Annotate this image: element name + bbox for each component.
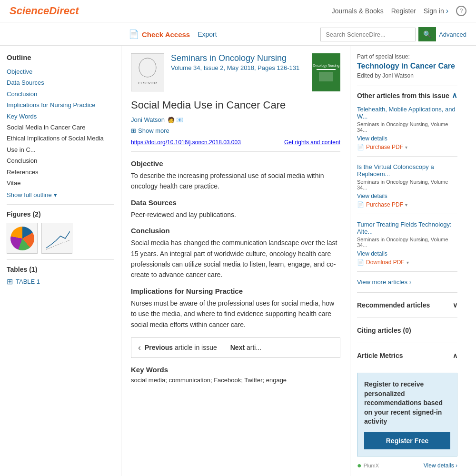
article-title: Social Media Use in Cancer Care — [131, 99, 340, 111]
related-article-1-view-details[interactable]: View details — [357, 135, 387, 142]
search-button[interactable]: 🔍 — [418, 27, 436, 41]
figure-1-circle — [10, 227, 34, 250]
author-line: Joni Watson 🧑 📧 — [131, 116, 340, 123]
chevron-down-icon: ▾ — [54, 191, 57, 198]
outline-item-objective[interactable]: Objective — [7, 66, 114, 77]
nav-prev-text: Previous article in issue — [145, 344, 217, 351]
related-article-3-actions: View details — [357, 250, 457, 257]
journal-header: ELSEVIER Seminars in Oncology Nursing Vo… — [131, 53, 340, 91]
outline-title: Outline — [7, 53, 114, 61]
header-nav: Journals & Books Register Sign in › ? — [332, 6, 466, 16]
related-article-2-purchase-pdf[interactable]: 📄 Purchase PDF ▾ — [357, 201, 407, 208]
related-article-2-view-details[interactable]: View details — [357, 193, 387, 199]
svg-point-0 — [139, 58, 156, 77]
toolbar: 📄 Check Access Export 🔍 Advanced — [0, 22, 476, 46]
recommended-chevron-icon: ∨ — [453, 301, 457, 309]
pdf-icon: 📄 — [129, 29, 139, 40]
search-area: 🔍 Advanced — [320, 27, 466, 41]
outline-item-conclusion[interactable]: Conclusion — [7, 89, 114, 99]
other-articles-collapse-icon[interactable]: ∧ — [452, 91, 457, 100]
register-banner-text: Register to receive personalized recomme… — [364, 380, 450, 426]
outline-item-keywords[interactable]: Key Words — [7, 111, 114, 122]
outline-item-social-media: Social Media in Cancer Care — [7, 122, 114, 133]
dropdown-arrow-1: ▾ — [405, 145, 407, 150]
check-access-button[interactable]: 📄 Check Access — [129, 29, 190, 40]
related-article-2-title[interactable]: Is the Virtual Colonoscopy a Replacem... — [357, 163, 457, 178]
nav-journals-books[interactable]: Journals & Books — [332, 7, 384, 15]
main-layout: Outline Objective Data Sources Conclusio… — [0, 46, 476, 476]
plumx-logo: ● PlumX — [357, 461, 379, 470]
section-conclusion-heading: Conclusion — [131, 227, 340, 235]
elsevier-logo-svg: ELSEVIER — [133, 56, 162, 89]
author-name: Joni Watson — [131, 116, 165, 123]
divider-right-1 — [357, 86, 457, 86]
help-icon[interactable]: ? — [456, 6, 466, 16]
related-article-1: Telehealth, Mobile Applications, and W..… — [357, 106, 457, 157]
special-issue-title[interactable]: Technology in Cancer Care — [357, 62, 457, 70]
special-issue-editor: Edited by Joni Watson — [357, 72, 457, 79]
register-free-button[interactable]: Register Free — [364, 432, 450, 449]
export-button[interactable]: Export — [198, 30, 217, 38]
divider-right-3 — [357, 317, 457, 318]
section-objective-text: To describe the increasing professional … — [131, 170, 340, 192]
related-article-3-title[interactable]: Tumor Treating Fields Technology: Alte..… — [357, 221, 457, 235]
pdf-icon-2: 📄 — [357, 201, 364, 208]
related-article-3-download-pdf[interactable]: 📄 Download PDF ▾ — [357, 259, 409, 266]
get-rights-link[interactable]: Get rights and content — [284, 139, 340, 146]
right-panel: Part of special issue: Technology in Can… — [350, 46, 464, 476]
nav-register[interactable]: Register — [391, 7, 416, 15]
citing-articles-header[interactable]: Citing articles (0) — [357, 323, 457, 338]
doi-link[interactable]: https://doi.org/10.1016/j.soncn.2018.03.… — [131, 139, 241, 146]
figure-1-thumb[interactable] — [7, 223, 38, 254]
view-more-articles-link[interactable]: View more articles › — [357, 278, 457, 286]
related-article-1-title[interactable]: Telehealth, Mobile Applications, and W..… — [357, 106, 457, 120]
search-input[interactable] — [320, 28, 416, 41]
section-conclusion-text: Social media has changed the communicati… — [131, 238, 340, 280]
figures-row — [7, 223, 114, 254]
plus-icon: ⊞ — [131, 127, 136, 134]
related-article-1-purchase-pdf[interactable]: 📄 Purchase PDF ▾ — [357, 144, 407, 150]
other-articles-title: Other articles from this issue — [357, 92, 449, 99]
outline-item-datasources[interactable]: Data Sources — [7, 77, 114, 88]
journal-meta-link[interactable]: Volume 34, Issue 2, May 2018, Pages 126-… — [171, 64, 299, 71]
outline-item-implications[interactable]: Implications for Nursing Practice — [7, 99, 114, 110]
divider-1 — [7, 204, 114, 205]
related-article-2-actions: View details — [357, 193, 457, 199]
related-article-1-pdf-actions: 📄 Purchase PDF ▾ — [357, 144, 457, 150]
related-article-2-pdf-actions: 📄 Purchase PDF ▾ — [357, 201, 457, 208]
related-article-1-actions: View details — [357, 135, 457, 142]
svg-text:ELSEVIER: ELSEVIER — [138, 81, 157, 85]
table-icon: ⊞ — [7, 277, 13, 286]
article-metrics-title: Article Metrics — [357, 352, 403, 359]
show-more-button[interactable]: ⊞ Show more — [131, 127, 340, 134]
plumx-view-details[interactable]: View details › — [424, 462, 457, 469]
plumx-dot: ● — [357, 461, 362, 470]
register-banner: Register to receive personalized recomme… — [357, 373, 457, 456]
divider-2 — [7, 259, 114, 260]
divider-right-2 — [357, 292, 457, 293]
table-1-item[interactable]: ⊞ TABLE 1 — [7, 277, 114, 286]
related-article-1-meta: Seminars in Oncology Nursing, Volume 34.… — [357, 121, 457, 133]
special-issue-label: Part of special issue: — [357, 53, 457, 60]
related-article-3: Tumor Treating Fields Technology: Alte..… — [357, 221, 457, 272]
section-datasources-text: Peer-reviewed and lay publications. — [131, 209, 340, 220]
show-full-outline-button[interactable]: Show full outline ▾ — [7, 191, 114, 198]
header: ScienceDirect Journals & Books Register … — [0, 0, 476, 22]
section-implications-text: Nurses must be aware of the professional… — [131, 298, 340, 330]
advanced-search-link[interactable]: Advanced — [439, 31, 466, 38]
recommended-articles-header[interactable]: Recommended articles ∨ — [357, 298, 457, 313]
citing-articles-title: Citing articles (0) — [357, 327, 411, 334]
outline-item-references: References — [7, 167, 114, 178]
related-article-3-view-details[interactable]: View details — [357, 250, 387, 257]
article-metrics-header[interactable]: Article Metrics ∧ — [357, 348, 457, 363]
pdf-icon-3: 📄 — [357, 259, 364, 266]
publisher-logo: ELSEVIER — [131, 53, 164, 91]
figure-2-thumb[interactable] — [41, 223, 72, 254]
outline-item-ethical: Ethical Implications of Social Media Use… — [7, 133, 114, 155]
tables-title: Tables (1) — [7, 266, 114, 273]
nav-signin[interactable]: Sign in › — [424, 7, 448, 15]
section-implications-heading: Implications for Nursing Practice — [131, 287, 340, 295]
article-nav[interactable]: ‹ Previous article in issue Next arti... — [131, 337, 340, 358]
related-article-3-meta: Seminars in Oncology Nursing, Volume 34.… — [357, 237, 457, 248]
doi-line: https://doi.org/10.1016/j.soncn.2018.03.… — [131, 139, 340, 152]
